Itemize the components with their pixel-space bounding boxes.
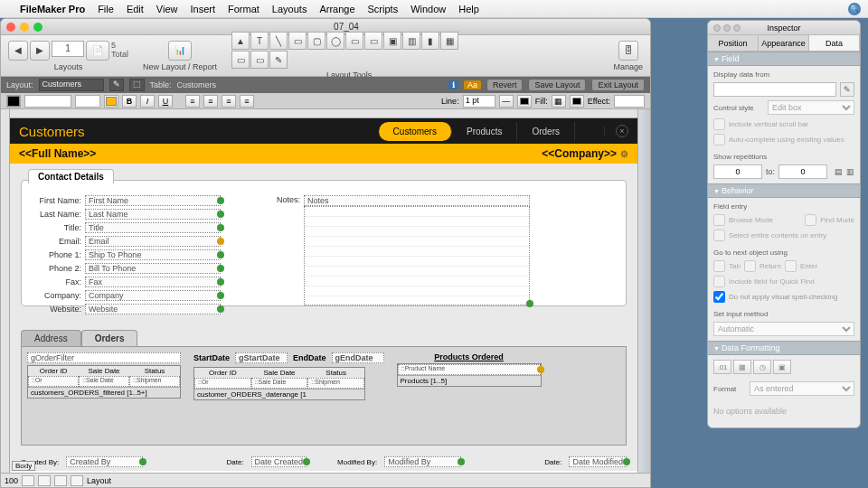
first-name-field[interactable]: First Name xyxy=(85,195,221,206)
inspector-tab-data[interactable]: Data xyxy=(809,35,860,51)
button-tool[interactable]: ▭ xyxy=(231,51,250,69)
app-name[interactable]: FileMaker Pro xyxy=(20,4,85,14)
row-saledate[interactable]: ::Sale Date xyxy=(79,376,129,387)
zoom-value[interactable]: 100 xyxy=(5,476,18,485)
roundrect-tool[interactable]: ▢ xyxy=(307,32,326,50)
status-toggle-button[interactable] xyxy=(54,475,67,486)
quickfind-checkbox[interactable] xyxy=(713,276,725,287)
align-justify-button[interactable]: ≡ xyxy=(240,95,254,108)
window-zoom-button[interactable] xyxy=(33,23,42,32)
enddate-field[interactable]: gEndDate xyxy=(332,352,384,363)
notes-header-field[interactable]: Notes xyxy=(304,195,530,206)
input-method-select[interactable]: Automatic xyxy=(713,322,854,336)
exit-layout-button[interactable]: Exit Layout xyxy=(591,79,645,91)
fullname-merge[interactable]: <<Full Name>> xyxy=(19,147,96,160)
row-orderid[interactable]: ::Or xyxy=(28,376,79,387)
products-portal[interactable]: ::Product Name Products [1..5] xyxy=(397,363,542,387)
rep-from-input[interactable] xyxy=(713,164,762,179)
rep-orientation-v-button[interactable]: ▥ xyxy=(846,167,854,176)
startdate-field[interactable]: gStartDate xyxy=(235,352,288,363)
format-number-icon[interactable]: .01 xyxy=(713,360,731,374)
pointer-tool[interactable]: ▲ xyxy=(231,32,250,50)
inspector-light-3[interactable] xyxy=(733,24,741,32)
chart-tool[interactable]: ▮ xyxy=(421,32,439,50)
format-painter-tool[interactable]: ✎ xyxy=(269,51,288,69)
display-data-input[interactable] xyxy=(713,82,836,97)
inspector-light-2[interactable] xyxy=(723,24,731,32)
menu-window[interactable]: Window xyxy=(410,4,446,14)
vertical-scrollbar[interactable] xyxy=(637,109,650,473)
phone2-field[interactable]: Bill To Phone xyxy=(85,263,221,274)
tab-orders[interactable]: Orders xyxy=(517,122,575,141)
inspector-palette[interactable]: Inspector Position Appearance Data Field… xyxy=(707,20,861,428)
line-style-button[interactable]: — xyxy=(499,95,514,108)
line-tool[interactable]: ╲ xyxy=(269,32,288,50)
layout-number-field[interactable]: 1 xyxy=(52,41,84,57)
row-status[interactable]: ::Shipmen xyxy=(129,376,180,387)
text-color-yellow[interactable] xyxy=(104,95,118,108)
zoom-in-button[interactable] xyxy=(38,475,51,486)
product-name-field[interactable]: ::Product Name xyxy=(398,364,541,375)
find-mode-checkbox[interactable] xyxy=(805,214,816,226)
fill-pattern-button[interactable]: ▦ xyxy=(552,95,566,108)
spotlight-icon[interactable]: 🔍 xyxy=(848,3,861,15)
contact-panel[interactable]: Contact Details First Name:First Name La… xyxy=(21,180,627,324)
phone1-field[interactable]: Ship To Phone xyxy=(85,249,221,260)
info-pill-button[interactable]: ℹ xyxy=(448,80,458,89)
aa-pill-button[interactable]: Aa xyxy=(464,80,481,89)
part-tool[interactable]: ▭ xyxy=(250,51,269,69)
field-tool[interactable]: ▭ xyxy=(345,32,363,50)
orders-subpanel[interactable]: gOrderFilter Order IDSale DateStatus ::O… xyxy=(21,346,627,446)
notes-body-field[interactable] xyxy=(304,206,530,305)
date-created-field[interactable]: Date Created xyxy=(251,456,307,467)
inspector-section-behavior[interactable]: Behavior xyxy=(708,183,860,198)
include-scrollbar-checkbox[interactable] xyxy=(713,118,725,130)
italic-button[interactable]: I xyxy=(140,95,155,108)
inspector-tab-appearance[interactable]: Appearance xyxy=(759,35,809,51)
portal-tool[interactable]: ▥ xyxy=(402,32,420,50)
line-width-picker[interactable]: 1 pt xyxy=(463,95,495,108)
menu-scripts[interactable]: Scripts xyxy=(368,4,399,14)
tab-checkbox[interactable] xyxy=(713,260,725,272)
bold-button[interactable]: B xyxy=(122,95,137,108)
inspector-tab-position[interactable]: Position xyxy=(708,35,759,51)
fill-swatch-black[interactable] xyxy=(6,95,21,108)
rep-orientation-h-button[interactable]: ▤ xyxy=(835,167,843,176)
inspector-section-field[interactable]: Field xyxy=(708,52,860,66)
window-minimize-button[interactable] xyxy=(20,23,29,32)
underline-button[interactable]: U xyxy=(158,95,173,108)
layout-theme-button[interactable]: ⬚ xyxy=(129,79,145,91)
fieldlabel-tool[interactable]: ▭ xyxy=(364,32,382,50)
format-time-icon[interactable]: ◷ xyxy=(753,360,771,374)
rep-to-input[interactable] xyxy=(778,164,827,179)
align-right-button[interactable]: ≡ xyxy=(222,95,236,108)
save-layout-button[interactable]: Save Layout xyxy=(528,79,586,91)
close-icon[interactable]: × xyxy=(616,125,628,137)
menu-help[interactable]: Help xyxy=(458,4,479,14)
format-select[interactable]: As entered xyxy=(750,381,854,396)
layouts-flip-icon[interactable]: 📄 xyxy=(86,41,109,61)
font-picker[interactable] xyxy=(24,95,71,108)
mode-label[interactable]: Layout xyxy=(87,476,111,485)
pencil-icon[interactable]: ✎ xyxy=(840,82,854,97)
menu-format[interactable]: Format xyxy=(228,4,259,14)
last-name-field[interactable]: Last Name xyxy=(85,209,221,220)
created-by-field[interactable]: Created By xyxy=(66,456,143,467)
text-tool[interactable]: T xyxy=(250,32,269,50)
size-picker[interactable] xyxy=(75,95,100,108)
line-color-button[interactable] xyxy=(517,95,532,108)
menu-insert[interactable]: Insert xyxy=(191,4,216,14)
row2-orderid[interactable]: ::Or xyxy=(194,378,251,389)
row2-status[interactable]: ::Shipmen xyxy=(307,378,364,389)
return-checkbox[interactable] xyxy=(744,260,756,272)
manage-button[interactable]: 🗄 xyxy=(618,41,638,61)
orders-filtered-portal[interactable]: Order IDSale DateStatus ::Or::Sale Date:… xyxy=(27,365,181,399)
order-filter-field[interactable]: gOrderFilter xyxy=(27,352,181,363)
format-graphic-icon[interactable]: ▣ xyxy=(773,360,791,374)
revert-button[interactable]: Revert xyxy=(486,79,524,91)
subtab-orders[interactable]: Orders xyxy=(81,330,138,346)
control-style-select[interactable]: Edit box xyxy=(768,100,854,115)
window-close-button[interactable] xyxy=(6,23,15,32)
tab-tool[interactable]: ▣ xyxy=(383,32,401,50)
part-label-body[interactable]: Body xyxy=(12,461,35,471)
